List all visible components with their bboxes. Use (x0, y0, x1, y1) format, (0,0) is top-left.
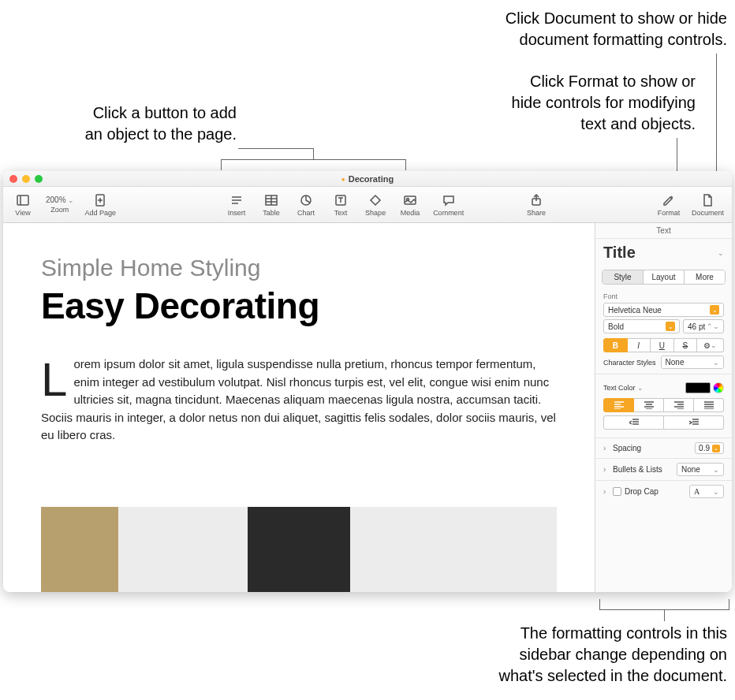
font-size-value: 46 pt (688, 322, 705, 331)
insert-button[interactable]: Insert (225, 193, 248, 217)
toolbar-label: Document (692, 209, 724, 217)
view-button[interactable]: View (11, 193, 35, 217)
add-page-button[interactable]: Add Page (85, 193, 117, 217)
page-image (41, 507, 557, 592)
align-center-button[interactable] (634, 398, 664, 412)
comment-icon (442, 193, 456, 207)
callout-sidebar: The formatting controls in this sidebar … (238, 623, 727, 687)
bold-label: B (613, 341, 618, 350)
format-button[interactable]: Format (657, 193, 681, 217)
spacing-disclosure[interactable]: Spacing 0.9 ⌄ (595, 438, 732, 458)
text-button[interactable]: Text (329, 193, 353, 217)
strike-button[interactable]: S (674, 338, 698, 352)
callout-line (313, 148, 314, 159)
chart-icon (299, 193, 313, 207)
window-title: Decorating (3, 174, 732, 184)
char-styles-label: Character Styles (603, 359, 656, 367)
toolbar-label: Zoom (50, 206, 69, 214)
advanced-options-button[interactable]: ⚙⌄ (697, 338, 724, 352)
media-button[interactable]: Media (398, 193, 422, 217)
format-buttons: B I U S ⚙⌄ (603, 338, 724, 352)
font-family-select[interactable]: Helvetica Neue ⌄ (603, 303, 724, 317)
format-sidebar: Text Title ⌄ Style Layout More Font Helv… (595, 223, 732, 592)
chart-button[interactable]: Chart (294, 193, 318, 217)
toolbar-label: Share (527, 209, 546, 217)
table-icon (264, 193, 278, 207)
toolbar: View 200% ⌄ Zoom Add Page Insert Table C… (3, 187, 732, 223)
toolbar-label: Media (401, 209, 420, 217)
document-button[interactable]: Document (692, 193, 724, 217)
body-text: orem ipsum dolor sit amet, ligula suspen… (41, 357, 556, 441)
dropcap-preview: A (694, 487, 700, 496)
comment-button[interactable]: Comment (433, 193, 464, 217)
callout-document: Click Document to show or hide document … (396, 8, 727, 50)
callout-text: Click Document to show or hide (396, 8, 727, 29)
toolbar-label: Format (658, 209, 681, 217)
toolbar-label: Add Page (85, 209, 117, 217)
share-icon (529, 193, 543, 207)
font-weight-select[interactable]: Bold ⌄ (603, 319, 680, 333)
dropcap-checkbox[interactable] (613, 487, 621, 496)
toolbar-label: Chart (297, 209, 315, 217)
text-color-label: Text Color ⌄ (603, 384, 644, 392)
bullets-select[interactable]: None ⌄ (677, 463, 724, 476)
sidebar-header: Text (595, 223, 732, 239)
char-styles-select[interactable]: None ⌄ (661, 356, 724, 369)
document-canvas[interactable]: Simple Home Styling Easy Decorating Lore… (3, 223, 595, 592)
bullets-disclosure[interactable]: Bullets & Lists None ⌄ (595, 458, 732, 480)
dropcap: L (41, 356, 73, 401)
dropdown-arrow-icon: ⌄ (666, 322, 675, 331)
font-weight-value: Bold (608, 322, 624, 331)
tab-layout[interactable]: Layout (643, 270, 684, 284)
stepper-icon: ⌃⌄ (707, 322, 719, 330)
alignment-buttons (603, 398, 724, 412)
zoom-button-tb[interactable]: 200% ⌄ Zoom (46, 195, 74, 214)
spacing-field[interactable]: 0.9 ⌄ (695, 442, 724, 454)
tab-more[interactable]: More (684, 270, 725, 284)
toolbar-label: Table (263, 209, 280, 217)
bold-button[interactable]: B (603, 338, 628, 352)
toolbar-label: Insert (228, 209, 246, 217)
document-icon (700, 193, 714, 207)
tab-style[interactable]: Style (603, 270, 643, 284)
dropcap-style-select[interactable]: A ⌄ (689, 485, 724, 498)
toolbar-label: Shape (365, 209, 386, 217)
callout-text: document formatting controls. (396, 29, 727, 50)
callout-add-object: Click a button to add an object to the p… (55, 102, 237, 145)
align-right-button[interactable] (664, 398, 694, 412)
chevron-down-icon: ⌄ (713, 488, 719, 496)
page-body: Lorem ipsum dolor sit amet, ligula suspe… (41, 356, 557, 445)
callout-text: text and objects. (427, 114, 696, 135)
italic-label: I (637, 341, 640, 350)
svg-marker-16 (371, 195, 380, 205)
toolbar-label: Text (334, 209, 348, 217)
table-button[interactable]: Table (259, 193, 283, 217)
align-left-button[interactable] (603, 398, 634, 412)
sidebar-tabs: Style Layout More (602, 270, 726, 285)
color-wheel-button[interactable] (713, 382, 724, 393)
underline-button[interactable]: U (651, 338, 674, 352)
italic-button[interactable]: I (628, 338, 651, 352)
callout-text: hide controls for modifying (427, 92, 696, 114)
toolbar-label: View (15, 209, 30, 217)
align-justify-button[interactable] (694, 398, 724, 412)
indent-button[interactable] (664, 415, 724, 430)
dropcap-label: Drop Cap (625, 487, 659, 496)
chevron-down-icon: ⌄ (718, 249, 724, 257)
underline-label: U (659, 341, 665, 350)
callout-bracket (221, 159, 406, 170)
shape-icon (368, 193, 382, 207)
char-styles-value: None (666, 358, 685, 367)
text-color-swatch[interactable] (685, 382, 711, 393)
callout-bracket (599, 599, 729, 610)
zoom-value: 200% ⌄ (46, 195, 74, 204)
shape-button[interactable]: Shape (364, 193, 387, 217)
paragraph-style-name: Title (603, 244, 636, 262)
chevron-down-icon: ⌄ (713, 359, 719, 367)
font-size-field[interactable]: 46 pt ⌃⌄ (683, 319, 724, 333)
paragraph-style-picker[interactable]: Title ⌄ (595, 239, 732, 265)
share-button[interactable]: Share (524, 193, 548, 217)
callout-line (238, 148, 313, 149)
callout-format: Click Format to show or hide controls fo… (427, 71, 696, 135)
outdent-button[interactable] (603, 415, 664, 430)
